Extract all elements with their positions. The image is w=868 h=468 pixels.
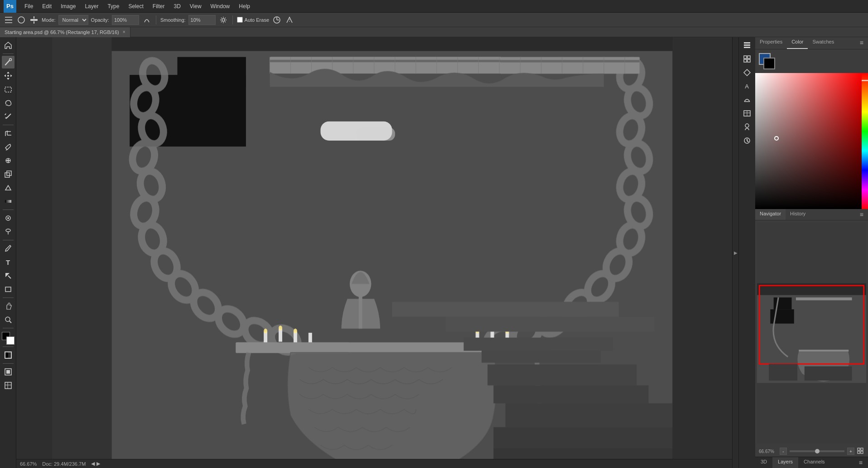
svg-rect-115 — [446, 317, 655, 332]
crop-tool-btn[interactable] — [2, 127, 14, 140]
status-nav-next[interactable]: ▶ — [96, 461, 100, 467]
panels-icon-7[interactable] — [741, 121, 753, 133]
magic-wand-tool-btn[interactable]: ✦ — [2, 110, 14, 123]
panels-icon-4[interactable]: A — [741, 80, 753, 93]
tool-preset-picker[interactable] — [4, 15, 14, 25]
brush-size-icon[interactable] — [16, 15, 26, 25]
document-close-btn[interactable]: × — [123, 29, 125, 34]
color-swatch-area — [2, 332, 14, 345]
color-saturation-brightness[interactable] — [755, 73, 862, 209]
svg-rect-45 — [16, 37, 732, 51]
left-toolbar: ✦ — [0, 37, 16, 468]
separator-1 — [156, 15, 156, 24]
tab-bar: Starting area.psd @ 66.7% (Rectangle 17,… — [0, 27, 868, 37]
svg-rect-134 — [747, 59, 750, 62]
color-gradient-area[interactable] — [755, 73, 868, 209]
menu-select[interactable]: Select — [125, 2, 147, 10]
panels-icon-5[interactable] — [741, 93, 753, 106]
auto-erase-label[interactable]: Auto Erase — [237, 17, 269, 23]
panels-icon-1[interactable] — [741, 39, 753, 52]
mode-select[interactable]: Normal — [58, 15, 88, 25]
menu-view[interactable]: View — [186, 2, 205, 10]
svg-rect-155 — [861, 451, 863, 453]
quick-mask-btn[interactable] — [2, 349, 14, 361]
panel-collapse-btn[interactable]: ▶ — [732, 37, 738, 468]
navigator-preview[interactable] — [757, 222, 866, 444]
blur-tool-btn[interactable] — [2, 212, 14, 224]
home-btn[interactable] — [2, 39, 14, 52]
svg-rect-133 — [744, 59, 747, 62]
tab-color[interactable]: Color — [787, 37, 808, 49]
text-tool-btn[interactable]: T — [2, 256, 14, 268]
gradient-tool-btn[interactable] — [2, 195, 14, 208]
brush-settings-icon[interactable] — [29, 15, 39, 25]
menu-layer[interactable]: Layer — [81, 2, 102, 10]
angle-icon[interactable] — [272, 15, 282, 25]
zoom-in-btn[interactable]: + — [847, 448, 854, 455]
canvas[interactable] — [16, 37, 732, 459]
heal-tool-btn[interactable] — [2, 154, 14, 167]
hue-slider[interactable] — [862, 73, 868, 209]
svg-rect-128 — [744, 42, 750, 44]
text-tool-icon: T — [6, 258, 10, 266]
svg-rect-98 — [279, 329, 282, 342]
nav-options-btn[interactable]: ≡ — [855, 209, 868, 220]
tab-3d[interactable]: 3D — [755, 457, 772, 468]
menu-type[interactable]: Type — [104, 2, 123, 10]
bottom-panel-options-btn[interactable]: ≡ — [854, 457, 868, 468]
svg-rect-150 — [769, 364, 797, 381]
svg-rect-40 — [6, 370, 10, 374]
zoom-slider[interactable] — [790, 450, 844, 452]
menu-image[interactable]: Image — [57, 2, 79, 10]
tool-separator-6 — [3, 328, 14, 328]
opacity-input[interactable] — [112, 15, 139, 25]
menu-edit[interactable]: Edit — [39, 2, 55, 10]
artboard-btn[interactable] — [2, 379, 14, 392]
select-rect-tool-btn[interactable] — [2, 83, 14, 96]
tab-properties[interactable]: Properties — [755, 37, 787, 49]
move-tool-btn[interactable] — [2, 69, 14, 82]
tab-layers[interactable]: Layers — [772, 457, 798, 468]
panels-icon-6[interactable] — [741, 107, 753, 120]
svg-rect-147 — [796, 297, 852, 300]
pen-tool-btn[interactable] — [2, 242, 14, 255]
auto-erase-checkbox[interactable] — [237, 17, 243, 23]
screen-mode-btn[interactable] — [2, 366, 14, 378]
svg-line-18 — [5, 114, 6, 115]
clone-tool-btn[interactable] — [2, 168, 14, 180]
path-select-tool-btn[interactable] — [2, 269, 14, 282]
tab-channels[interactable]: Channels — [798, 457, 830, 468]
background-color[interactable] — [6, 336, 14, 345]
status-nav-prev[interactable]: ◀ — [91, 461, 95, 467]
brush-tool-btn[interactable] — [2, 56, 14, 68]
panels-icon-8[interactable] — [741, 134, 753, 147]
menu-help[interactable]: Help — [235, 2, 254, 10]
zoom-expand-btn[interactable] — [857, 448, 864, 455]
pressure-opacity-icon[interactable] — [142, 15, 152, 25]
lasso-tool-btn[interactable] — [2, 97, 14, 109]
menu-window[interactable]: Window — [207, 2, 234, 10]
menu-3d[interactable]: 3D — [170, 2, 184, 10]
menu-file[interactable]: File — [21, 2, 37, 10]
panels-icon-2[interactable] — [741, 53, 753, 65]
shape-tool-btn[interactable] — [2, 283, 14, 296]
eraser-tool-btn[interactable] — [2, 181, 14, 194]
hand-tool-btn[interactable] — [2, 300, 14, 312]
eyedropper-tool-btn[interactable] — [2, 141, 14, 153]
svg-rect-154 — [858, 451, 860, 453]
tab-history[interactable]: History — [786, 209, 810, 220]
document-tab[interactable]: Starting area.psd @ 66.7% (Rectangle 17,… — [0, 27, 130, 37]
tab-navigator[interactable]: Navigator — [755, 209, 786, 220]
background-color-box[interactable] — [763, 58, 775, 69]
panels-icon-3[interactable] — [741, 66, 753, 79]
symmetry-icon[interactable] — [285, 15, 294, 25]
zoom-out-btn[interactable]: - — [780, 448, 787, 455]
smoothing-input[interactable] — [188, 15, 216, 25]
svg-point-103 — [294, 329, 297, 334]
zoom-tool-btn[interactable] — [2, 313, 14, 326]
tab-swatches[interactable]: Swatches — [808, 37, 839, 49]
panel-options-btn[interactable]: ≡ — [855, 37, 868, 49]
smoothing-settings-icon[interactable] — [218, 15, 228, 25]
dodge-tool-btn[interactable] — [2, 225, 14, 238]
menu-filter[interactable]: Filter — [149, 2, 169, 10]
